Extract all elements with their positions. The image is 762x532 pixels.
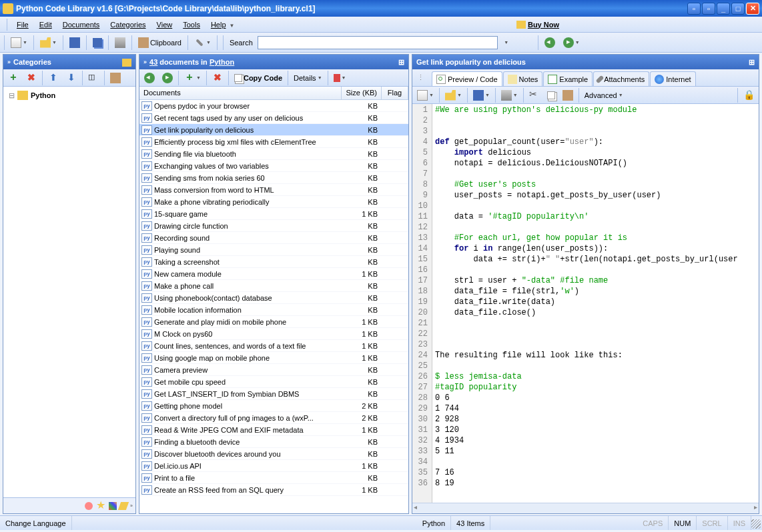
tab-internet[interactable]: Internet [650,71,695,86]
aux-button-1[interactable]: ▫ [687,3,701,15]
table-row[interactable]: pyGet link popularity on deliciousKB [139,124,408,136]
table-row[interactable]: pyMake a phone callKB [139,280,408,292]
table-row[interactable]: pyPrint to a fileKB [139,472,408,484]
menu-categories[interactable]: Categories [105,19,151,31]
code-new-button[interactable]: ▼ [414,88,437,103]
cat-indent-button[interactable]: ◫ [85,71,102,85]
menu-edit[interactable]: Edit [34,19,57,31]
tab-example[interactable]: Example [543,71,593,86]
new-button[interactable]: ▼ [7,35,31,50]
footer-icon-1[interactable] [85,502,93,510]
table-row[interactable]: pyGetting phone model2 KB [139,400,408,412]
table-row[interactable]: pyMake a phone vibrating periodicallyKB [139,196,408,208]
table-row[interactable]: pySending sms from nokia series 60KB [139,172,408,184]
doc-fwd-button[interactable] [159,71,176,85]
doc-delete-button[interactable]: ✖ [209,71,226,85]
menu-documents[interactable]: Documents [57,19,105,31]
footer-expand[interactable]: » [130,503,133,508]
print-button[interactable] [111,35,129,50]
table-row[interactable]: pyMass conversion from word to HTMLKB [139,184,408,196]
table-row[interactable]: pyM Clock on pys601 KB [139,328,408,340]
table-row[interactable]: pyEfficiently process big xml files with… [139,136,408,148]
tools-button[interactable]: ▼ [191,35,214,50]
buy-now-link[interactable]: Buy Now [516,21,559,29]
close-button[interactable]: ✕ [746,3,759,15]
saveall-button[interactable] [89,35,105,50]
table-row[interactable]: pyOpens pydoc in your browserKB [139,100,408,112]
flag-button[interactable]: ▼ [330,71,350,85]
open-button[interactable]: ▼ [37,35,60,50]
menu-view[interactable]: View [151,19,178,31]
table-row[interactable]: pyGet recent tags used by any user on de… [139,112,408,124]
table-row[interactable]: pyGet LAST_INSERT_ID from Symbian DBMSKB [139,388,408,400]
col-flag[interactable]: Flag [382,87,408,99]
footer-icon-4[interactable] [118,502,129,510]
tab-attachments[interactable]: Attachments [593,71,649,86]
search-input[interactable] [258,36,498,49]
code-open-button[interactable]: ▼ [442,88,465,103]
table-row[interactable]: pyDiscover bluetooth devices around youK… [139,448,408,460]
table-row[interactable]: pyPlaying soundKB [139,244,408,256]
nav-back-button[interactable] [541,35,558,50]
table-row[interactable]: pyTaking a screenshotKB [139,256,408,268]
code-copy-button[interactable] [544,88,558,103]
code-save-button[interactable]: ▼ [470,88,493,103]
cat-up-button[interactable]: ⬆ [45,71,62,85]
footer-icon-3[interactable] [109,502,117,510]
nav-fwd-button[interactable]: ▼ [560,35,583,50]
col-documents[interactable]: Documents [139,87,342,99]
horizontal-scrollbar[interactable] [412,503,759,513]
table-row[interactable]: pyRead & Write JPEG COM and EXIF metadat… [139,424,408,436]
cat-add-button[interactable]: + [5,71,22,85]
copy-code-button[interactable]: Copy Code [231,71,286,85]
code-paste-button[interactable] [559,88,577,103]
menu-tools[interactable]: Tools [177,19,206,31]
col-size[interactable]: Size (KB) [342,87,382,99]
code-print-button[interactable]: ▼ [498,88,521,103]
lock-button[interactable]: 🔒 [740,88,757,103]
save-button[interactable] [66,35,83,50]
star-icon[interactable]: ★ [95,501,106,511]
table-row[interactable]: pyUsing google map on mobile phone1 KB [139,352,408,364]
table-row[interactable]: pyGet mobile cpu speedKB [139,376,408,388]
maximize-button[interactable]: □ [731,3,745,15]
code-cut-button[interactable] [526,88,543,103]
table-row[interactable]: pyMobile location informationKB [139,304,408,316]
table-row[interactable]: pyNew camera module1 KB [139,268,408,280]
cat-delete-button[interactable]: ✖ [23,71,40,85]
tab-preview[interactable]: Preview / Code [432,71,502,86]
doc-add-button[interactable]: +▼ [181,71,204,85]
table-row[interactable]: pyUsing phonebook(contact) databaseKB [139,292,408,304]
doc-back-button[interactable] [141,71,158,85]
tab-notes[interactable]: Notes [503,71,543,86]
menu-file[interactable]: File [11,19,34,31]
details-button[interactable]: Details ▼ [290,71,326,85]
minimize-button[interactable]: _ [717,3,730,15]
resize-grip[interactable] [751,519,761,529]
categories-tree[interactable]: ⊟ Python [3,87,135,497]
aux-button-2[interactable]: ▫ [702,3,715,15]
code-editor[interactable]: 1234567891011121314151617181920212223242… [412,104,759,503]
table-row[interactable]: pyRecording soundKB [139,232,408,244]
advanced-button[interactable]: Advanced ▼ [581,88,627,103]
cat-paste-button[interactable] [107,71,124,85]
status-change-language[interactable]: Change Language [0,516,72,530]
table-row[interactable]: pyExchanging values of two variablesKB [139,160,408,172]
search-drop-button[interactable]: ▼ [499,35,514,50]
table-row[interactable]: pyDel.icio.us API1 KB [139,460,408,472]
cat-down-button[interactable]: ⬇ [63,71,80,85]
table-row[interactable]: pyFinding a bluetooth deviceKB [139,436,408,448]
tab-nav-button[interactable]: ⋮ [414,71,431,86]
table-row[interactable]: pyCreate an RSS feed from an SQL query1 … [139,484,408,496]
table-row[interactable]: pyDrawing circle functionKB [139,220,408,232]
table-row[interactable]: pySending file via bluetoothKB [139,148,408,160]
tree-item-python[interactable]: ⊟ Python [6,89,133,101]
clipboard-button[interactable]: Clipboard [135,35,185,50]
table-row[interactable]: pyCamera previewKB [139,364,408,376]
table-row[interactable]: pyGenerate and play midi on mobile phone… [139,316,408,328]
table-row[interactable]: pyConvert a directory full of png images… [139,412,408,424]
table-row[interactable]: pyCount lines, sentences, and words of a… [139,340,408,352]
documents-list[interactable]: pyOpens pydoc in your browserKBpyGet rec… [139,100,408,513]
table-row[interactable]: py15-square game1 KB [139,208,408,220]
menu-help[interactable]: Help ▼ [206,19,240,31]
